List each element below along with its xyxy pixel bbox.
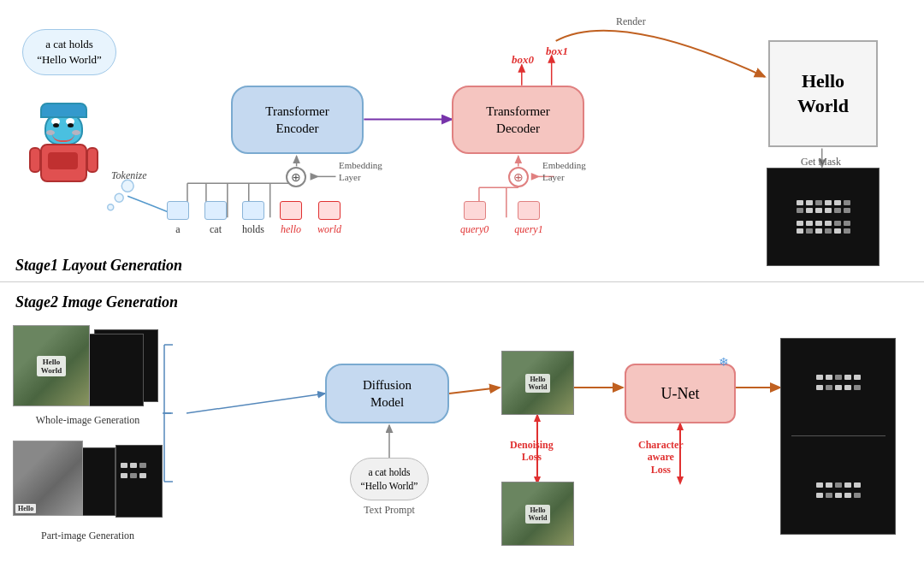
box0-label: box0 <box>512 53 534 67</box>
query0-col: query0 <box>460 201 489 236</box>
stage2-label: Stage2 Image Generation <box>15 293 178 311</box>
token-hello: hello <box>280 201 302 236</box>
noisy-image-top: HelloWorld <box>501 351 574 415</box>
noisy-image-bottom: HelloWorld <box>501 482 574 546</box>
unet-box: U-Net <box>625 364 736 423</box>
svg-line-23 <box>187 394 325 413</box>
svg-point-1 <box>115 193 123 202</box>
stage1: a cat holds“Hello World” <box>0 0 924 282</box>
svg-marker-32 <box>677 476 684 485</box>
token-holds: holds <box>242 201 264 236</box>
token-label-hello: hello <box>281 223 301 236</box>
token-label-a: a <box>175 223 180 236</box>
plus-circle-encoder: ⊕ <box>286 167 306 187</box>
token-a: a <box>167 201 189 236</box>
plus-circle-decoder: ⊕ <box>508 167 529 187</box>
token-world: world <box>317 201 341 236</box>
text-prompt-label: Text Prompt <box>329 504 449 517</box>
hello-world-output: HelloWorld <box>768 40 878 147</box>
embedding-layer-right: EmbeddingLayer <box>542 159 586 184</box>
query1-label: query1 <box>514 223 542 236</box>
token-box-cat <box>204 201 227 220</box>
token-label-cat: cat <box>210 223 222 236</box>
stage1-label: Stage1 Layout Generation <box>15 257 182 275</box>
embedding-layer-left: EmbeddingLayer <box>339 159 382 184</box>
svg-point-2 <box>108 204 114 210</box>
token-label-holds: holds <box>242 223 264 236</box>
tokenize-label: Tokenize <box>111 169 147 182</box>
whole-image-area: HelloWorld Whole-image Generation <box>13 325 163 427</box>
token-box-world <box>318 201 341 220</box>
thought-text: a cat holds“Hello World” <box>22 29 116 75</box>
denoising-loss: DenoisingLoss <box>510 439 554 464</box>
get-mask-label: Get Mask <box>801 156 841 169</box>
token-box-holds <box>242 201 264 220</box>
mask-image-stage1 <box>767 168 880 266</box>
decoder-box: TransformerDecoder <box>452 86 584 154</box>
thought-bubble: a cat holds“Hello World” <box>15 24 127 101</box>
final-mask-bottom <box>816 482 861 498</box>
query-box-1 <box>518 201 540 220</box>
render-label: Render <box>616 15 646 28</box>
query-box-0 <box>464 201 486 220</box>
whole-gen-label: Whole-image Generation <box>13 414 163 427</box>
part-image-area: Hello Part-image Generation <box>13 441 163 542</box>
tokens-area: a cat holds hello world <box>167 201 341 236</box>
query-area: query0 query1 <box>460 201 543 236</box>
text-prompt-bubble: a cat holds“Hello World” <box>350 458 429 500</box>
svg-line-25 <box>449 388 500 394</box>
text-prompt-area: a cat holds“Hello World” Text Prompt <box>329 458 449 517</box>
query0-label: query0 <box>460 223 489 236</box>
final-mask-area <box>780 338 896 535</box>
stage2: Stage2 Image Generation HelloWorld <box>0 287 924 586</box>
char-aware-loss: CharacterawareLoss <box>638 439 684 476</box>
character <box>27 111 100 197</box>
encoder-box: TransformerEncoder <box>231 86 364 154</box>
token-box-hello <box>280 201 302 220</box>
token-cat: cat <box>204 201 227 236</box>
diffusion-box: DiffusionModel <box>325 364 449 423</box>
query1-col: query1 <box>514 201 542 236</box>
token-label-world: world <box>317 223 341 236</box>
box1-label: box1 <box>546 44 568 58</box>
snowflake-icon: ❄ <box>719 355 729 370</box>
final-mask-top <box>816 375 861 390</box>
token-box-a <box>167 201 189 220</box>
main-container: a cat holds“Hello World” <box>0 0 924 586</box>
part-gen-label: Part-image Generation <box>13 530 163 542</box>
